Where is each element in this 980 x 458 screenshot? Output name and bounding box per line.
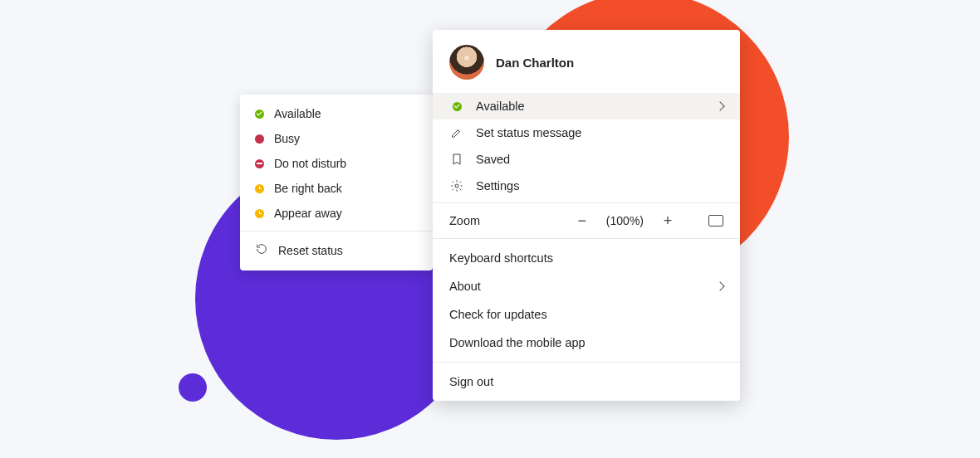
- chevron-right-icon: [715, 101, 724, 110]
- zoom-row: Zoom − (100%) +: [433, 203, 740, 238]
- user-name: Dan Charlton: [496, 56, 574, 70]
- set-status-message-label: Set status message: [476, 126, 581, 139]
- status-option-label: Available: [274, 107, 321, 120]
- keyboard-shortcuts-label: Keyboard shortcuts: [449, 251, 553, 265]
- zoom-in-button[interactable]: +: [659, 213, 677, 228]
- fullscreen-icon[interactable]: [708, 215, 723, 227]
- status-option-label: Be right back: [274, 182, 342, 195]
- status-option-away[interactable]: Appear away: [240, 201, 433, 226]
- gear-icon: [449, 179, 464, 192]
- zoom-value: (100%): [606, 214, 644, 227]
- clock-icon: [255, 209, 264, 218]
- settings-row[interactable]: Settings: [433, 173, 740, 202]
- available-icon: [255, 110, 264, 119]
- status-option-available[interactable]: Available: [240, 101, 433, 126]
- status-option-label: Appear away: [274, 207, 342, 220]
- profile-menu: Dan Charlton Available Set status messag…: [433, 30, 740, 401]
- decorative-circle-small: [179, 373, 207, 402]
- about-row[interactable]: About: [433, 272, 740, 300]
- zoom-out-button[interactable]: −: [573, 213, 591, 228]
- status-option-busy[interactable]: Busy: [240, 126, 433, 151]
- status-option-label: Do not disturb: [274, 157, 346, 170]
- bookmark-icon: [449, 153, 464, 166]
- available-icon: [449, 102, 464, 111]
- profile-header: Dan Charlton: [433, 30, 740, 93]
- svg-point-0: [455, 184, 458, 188]
- download-mobile-row[interactable]: Download the mobile app: [433, 329, 740, 357]
- clock-icon: [255, 184, 264, 193]
- status-submenu: Available Busy Do not disturb Be right b…: [240, 95, 433, 270]
- avatar: [449, 45, 484, 80]
- keyboard-shortcuts-row[interactable]: Keyboard shortcuts: [433, 244, 740, 272]
- status-row[interactable]: Available: [433, 93, 740, 119]
- set-status-message-row[interactable]: Set status message: [433, 119, 740, 146]
- check-updates-label: Check for updates: [449, 308, 547, 321]
- settings-label: Settings: [476, 179, 519, 192]
- reset-icon: [255, 242, 268, 258]
- status-option-brb[interactable]: Be right back: [240, 176, 433, 201]
- saved-row[interactable]: Saved: [433, 146, 740, 173]
- chevron-right-icon: [715, 281, 724, 290]
- status-label: Available: [476, 100, 525, 113]
- reset-status-button[interactable]: Reset status: [240, 236, 433, 264]
- divider: [240, 231, 433, 231]
- about-label: About: [449, 280, 481, 293]
- sign-out-row[interactable]: Sign out: [433, 368, 740, 396]
- edit-icon: [449, 126, 464, 139]
- status-option-dnd[interactable]: Do not disturb: [240, 151, 433, 176]
- check-updates-row[interactable]: Check for updates: [433, 300, 740, 329]
- reset-status-label: Reset status: [278, 244, 343, 257]
- status-option-label: Busy: [274, 132, 300, 145]
- download-mobile-label: Download the mobile app: [449, 336, 586, 349]
- dnd-icon: [255, 159, 264, 168]
- busy-icon: [255, 134, 264, 144]
- zoom-label: Zoom: [449, 214, 480, 227]
- saved-label: Saved: [476, 153, 510, 166]
- sign-out-label: Sign out: [449, 375, 493, 388]
